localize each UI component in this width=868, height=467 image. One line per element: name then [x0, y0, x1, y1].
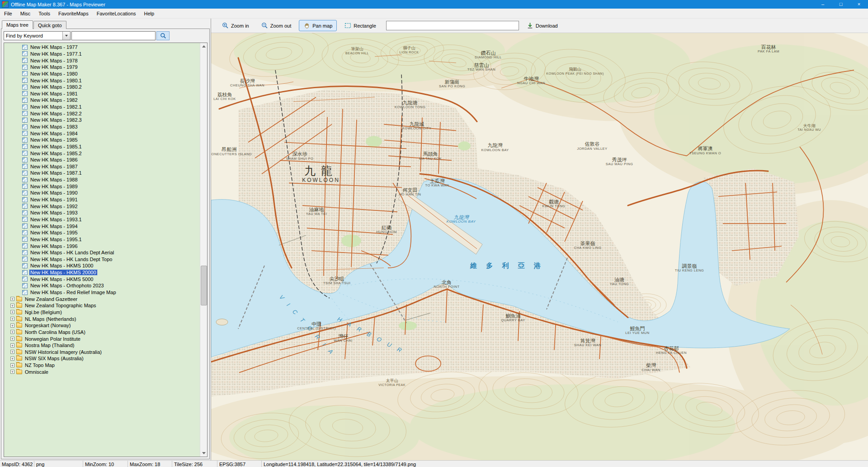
tree-item[interactable]: New HK Maps - 1982 [4, 97, 200, 104]
tree-item[interactable]: New HK Maps - 1991 [4, 196, 200, 203]
tree-item[interactable]: New HK Maps - 1993 [4, 210, 200, 216]
tree-item[interactable]: New HK Maps - HKMS 5000 [4, 276, 200, 282]
map-label: 筆架山BEACON HILL [345, 47, 369, 55]
tree-item[interactable]: +Omniscale [4, 368, 200, 375]
tree-item-label: New HK Maps - 1980 [29, 71, 79, 76]
tree-item[interactable]: New HK Maps - 1982.3 [4, 117, 200, 124]
tree-item[interactable]: New HK Maps - 1989 [4, 183, 200, 190]
expand-icon[interactable]: + [10, 370, 14, 374]
expand-icon[interactable]: + [10, 357, 14, 361]
search-button[interactable] [156, 31, 170, 40]
zoom-out-button[interactable]: Zoom out [257, 20, 296, 31]
expand-icon[interactable]: + [10, 324, 14, 328]
tree-item[interactable]: New HK Maps - HKMS 20000 [4, 269, 200, 276]
tree-item[interactable]: New HK Maps - 1981 [4, 90, 200, 97]
folder-icon [16, 350, 22, 354]
tree-item[interactable]: New HK Maps - 1993.1 [4, 216, 200, 223]
minimize-button[interactable]: – [814, 0, 832, 9]
menu-misc[interactable]: Misc [16, 10, 35, 17]
tree-item[interactable]: New HK Maps - 1978 [4, 57, 200, 64]
menu-help[interactable]: Help [140, 10, 159, 17]
expand-icon[interactable]: + [10, 337, 14, 341]
tree-item[interactable]: New HK Maps - 1983 [4, 124, 200, 130]
tree-item[interactable]: New HK Maps - 1992 [4, 203, 200, 210]
expand-icon[interactable]: + [10, 363, 14, 367]
expand-icon[interactable]: + [10, 304, 14, 308]
tree-item[interactable]: New HK Maps - 1985.2 [4, 150, 200, 157]
scroll-down-arrow[interactable] [200, 450, 207, 457]
tree-item[interactable]: +Norgeskart (Norway) [4, 322, 200, 329]
expand-icon[interactable]: + [10, 297, 14, 301]
find-mode-dropdown[interactable]: Find by Keyword [4, 31, 71, 40]
coordinates-input[interactable] [386, 21, 519, 30]
tree-item[interactable]: New HK Maps - 1982.1 [4, 104, 200, 110]
tree-item[interactable]: +NZ Topo Map [4, 362, 200, 369]
tree-item[interactable]: +New Zealand Gazetteer [4, 295, 200, 302]
dropdown-button[interactable] [62, 32, 70, 40]
tree-item[interactable]: +NL Maps (Netherlands) [4, 315, 200, 322]
tree-item[interactable]: New HK Maps - HK Lands Dept Topo [4, 256, 200, 263]
tree-item[interactable]: New HK Maps - 1994 [4, 223, 200, 229]
tree-item[interactable]: +Norwegian Polar Institute [4, 335, 200, 342]
tree-item[interactable]: New HK Maps - 1984 [4, 130, 200, 137]
tree-item[interactable]: New HK Maps - HKMS 1000 [4, 262, 200, 269]
tree-item[interactable]: New HK Maps - 1980.1 [4, 77, 200, 84]
pan-map-button[interactable]: Pan map [299, 20, 337, 31]
map-toolbar: Zoom in Zoom out Pan map [211, 19, 868, 33]
tree-item[interactable]: New HK Maps - 1996 [4, 243, 200, 249]
maps-tree: New HK Maps - 1977New HK Maps - 1977.1Ne… [4, 44, 200, 457]
tree-item[interactable]: New HK Maps - 1979 [4, 64, 200, 71]
tree-item[interactable]: New HK Maps - 1995.1 [4, 236, 200, 243]
tree-item[interactable]: New HK Maps - 1980.2 [4, 84, 200, 91]
expand-icon[interactable]: + [10, 343, 14, 348]
folder-icon [16, 370, 22, 374]
menu-file[interactable]: File [0, 10, 16, 17]
tree-scrollbar[interactable] [200, 43, 207, 457]
map-layer-icon [22, 290, 28, 295]
search-input[interactable] [71, 31, 156, 40]
tree-item[interactable]: New HK Maps - Orthophoto 2023 [4, 282, 200, 289]
maximize-button[interactable]: □ [832, 0, 850, 9]
tree-item[interactable]: New HK Maps - 1990 [4, 190, 200, 196]
tree-item[interactable]: New HK Maps - 1977 [4, 44, 200, 51]
zoom-in-button[interactable]: Zoom in [217, 20, 254, 31]
scroll-up-arrow[interactable] [200, 43, 207, 50]
tree-item[interactable]: New HK Maps - 1985.1 [4, 143, 200, 150]
tab-maps-tree[interactable]: Maps tree [2, 20, 33, 29]
scrollbar-thumb[interactable] [201, 266, 207, 305]
tree-item[interactable]: New HK Maps - Red Relief Image Map [4, 289, 200, 296]
expand-icon[interactable]: + [10, 310, 14, 314]
tree-item[interactable]: +Nostra Map (Thailand) [4, 342, 200, 349]
tree-item[interactable]: New HK Maps - 1982.2 [4, 110, 200, 117]
rectangle-button[interactable]: Rectangle [340, 20, 381, 31]
download-button[interactable]: Download [522, 20, 562, 31]
tree-item[interactable]: New HK Maps - HK Lands Dept Aerial [4, 249, 200, 256]
map-label: 油麻地YAU MA TEI [306, 207, 327, 216]
tree-item[interactable]: New HK Maps - 1985 [4, 137, 200, 143]
tree-item[interactable]: New HK Maps - 1988 [4, 176, 200, 183]
tree-item[interactable]: +Ngi.be (Belgium) [4, 309, 200, 316]
tree-item[interactable]: New HK Maps - 1987 [4, 163, 200, 170]
tree-item[interactable]: +NSW SIX Maps (Australia) [4, 355, 200, 362]
expand-icon[interactable]: + [10, 350, 14, 354]
tree-item[interactable]: New HK Maps - 1977.1 [4, 51, 200, 57]
map-layer-icon [22, 144, 28, 149]
menu-favoritelocations[interactable]: FavoriteLocations [93, 10, 140, 17]
tree-item[interactable]: +NSW Historical Imagery (Australia) [4, 348, 200, 355]
close-button[interactable]: × [850, 0, 868, 9]
map-label: 飛鵝山KOWLOON PEAK (FEI NGO SHAN) [546, 67, 604, 76]
expand-icon[interactable]: + [10, 317, 14, 321]
tree-item[interactable]: +North Carolina Maps (USA) [4, 329, 200, 336]
menu-tools[interactable]: Tools [34, 10, 54, 17]
map-layer-icon [22, 237, 28, 242]
tree-item-label: New HK Maps - 1988 [29, 177, 79, 182]
tree-item[interactable]: New HK Maps - 1995 [4, 229, 200, 236]
tree-item[interactable]: New HK Maps - 1980 [4, 71, 200, 77]
tree-item[interactable]: New HK Maps - 1987.1 [4, 170, 200, 176]
map-label: 長沙灣CHEUNG SHA WAN [230, 78, 264, 87]
menu-favoritemaps[interactable]: FavoriteMaps [54, 10, 93, 17]
tab-quick-goto[interactable]: Quick goto [33, 21, 66, 29]
tree-item[interactable]: New HK Maps - 1986 [4, 157, 200, 163]
expand-icon[interactable]: + [10, 330, 14, 334]
tree-item[interactable]: +New Zealand Topographic Maps [4, 302, 200, 309]
